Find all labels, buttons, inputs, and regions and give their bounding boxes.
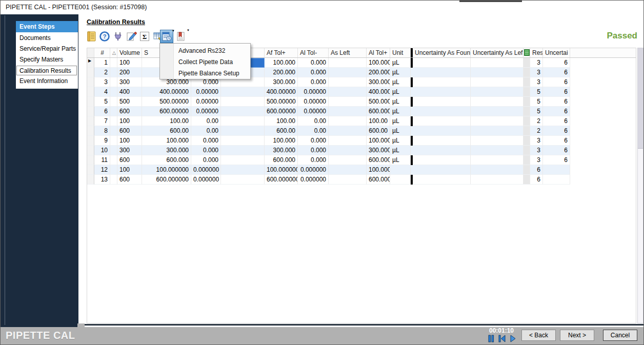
table-cell[interactable]	[87, 175, 94, 185]
table-cell[interactable]	[329, 146, 367, 155]
column-header-al-tol[interactable]: Al Tol+	[367, 48, 390, 57]
table-cell[interactable]: 6	[543, 116, 570, 126]
table-cell[interactable]: µL	[390, 68, 411, 77]
table-cell[interactable]	[110, 97, 117, 107]
table-cell[interactable]	[87, 136, 94, 146]
table-cell[interactable]: 600.000000	[142, 175, 191, 185]
table-cell[interactable]: 0.00	[298, 126, 329, 136]
table-cell[interactable]: µL	[390, 146, 411, 155]
table-cell[interactable]	[543, 175, 570, 185]
table-cell[interactable]: 600.000	[265, 155, 298, 165]
table-cell[interactable]: 300	[117, 146, 142, 155]
table-cell[interactable]	[221, 87, 265, 97]
table-cell[interactable]	[329, 136, 367, 146]
table-cell[interactable]	[110, 68, 117, 77]
table-cell[interactable]	[524, 146, 530, 155]
table-cell[interactable]: 300.000	[367, 146, 390, 155]
table-cell[interactable]	[413, 165, 471, 175]
table-cell[interactable]: µL	[390, 107, 411, 116]
table-cell[interactable]	[390, 165, 411, 175]
table-cell[interactable]: 5	[530, 107, 543, 116]
column-header-al-tol[interactable]: Al Tol-	[298, 48, 329, 57]
table-cell[interactable]: 400.00000	[142, 87, 191, 97]
table-cell[interactable]	[110, 175, 117, 185]
table-cell[interactable]	[524, 97, 530, 107]
table-cell[interactable]	[329, 175, 367, 185]
table-cell[interactable]: 2	[530, 116, 543, 126]
table-cell[interactable]: 100.000000	[265, 165, 298, 175]
table-cell[interactable]	[471, 87, 524, 97]
table-cell[interactable]	[221, 175, 265, 185]
collect-data-icon[interactable]: ▼	[160, 30, 173, 43]
table-cell[interactable]	[413, 58, 471, 68]
table-cell[interactable]: 100.000	[265, 136, 298, 146]
table-cell[interactable]: 0.00	[191, 126, 221, 136]
table-cell[interactable]	[329, 165, 367, 175]
table-cell[interactable]	[329, 97, 367, 107]
plug-icon[interactable]	[111, 30, 125, 43]
table-cell[interactable]: 6	[543, 77, 570, 87]
table-cell[interactable]: 600.00	[367, 126, 390, 136]
table-cell[interactable]	[110, 136, 117, 146]
table-cell[interactable]: 0.000000	[298, 165, 329, 175]
table-cell[interactable]	[329, 126, 367, 136]
table-cell[interactable]	[524, 126, 530, 136]
vertical-scrollbar[interactable]	[637, 48, 643, 323]
table-cell[interactable]: 6	[543, 136, 570, 146]
table-cell[interactable]: 600.00	[142, 126, 191, 136]
table-cell[interactable]: 100	[117, 165, 142, 175]
table-cell[interactable]: 6	[543, 97, 570, 107]
column-header-af-tol[interactable]: Af Tol+	[265, 48, 298, 57]
table-cell[interactable]	[413, 126, 471, 136]
table-cell[interactable]: µL	[390, 97, 411, 107]
table-cell[interactable]: 100.00	[265, 116, 298, 126]
table-cell[interactable]	[329, 77, 367, 87]
table-cell[interactable]	[524, 165, 530, 175]
table-cell[interactable]: 600.000	[142, 155, 191, 165]
table-cell[interactable]	[413, 175, 471, 185]
table-cell[interactable]	[87, 87, 94, 97]
back-button[interactable]: < Back	[521, 330, 556, 341]
table-cell[interactable]	[221, 136, 265, 146]
table-cell[interactable]: µL	[390, 87, 411, 97]
current-row-marker[interactable]: ▶	[87, 58, 94, 68]
table-cell[interactable]	[524, 136, 530, 146]
table-cell[interactable]: 5	[530, 97, 543, 107]
table-cell[interactable]	[87, 116, 94, 126]
table-cell[interactable]	[87, 126, 94, 136]
table-cell[interactable]	[110, 146, 117, 155]
table-cell[interactable]	[87, 165, 94, 175]
menu-item-pipette-balance-setup[interactable]: Pipette Balance Setup	[160, 68, 250, 79]
table-cell[interactable]	[110, 87, 117, 97]
table-cell[interactable]: µL	[390, 155, 411, 165]
table-cell[interactable]: 2	[530, 126, 543, 136]
report-icon[interactable]: ▼	[174, 30, 188, 43]
table-cell[interactable]: 8	[94, 126, 110, 136]
table-cell[interactable]: 3	[530, 155, 543, 165]
table-cell[interactable]: 600	[117, 107, 142, 116]
table-cell[interactable]	[110, 58, 117, 68]
sigma-icon[interactable]: Σ	[138, 30, 151, 43]
table-cell[interactable]: 0.000	[298, 155, 329, 165]
dropdown-caret-icon[interactable]: ▼	[187, 29, 190, 32]
table-cell[interactable]: 5	[530, 87, 543, 97]
table-cell[interactable]: 3	[530, 77, 543, 87]
table-cell[interactable]	[413, 116, 471, 126]
table-cell[interactable]	[413, 87, 471, 97]
green-sheet-icon[interactable]	[524, 48, 530, 57]
table-cell[interactable]: 0.000000	[191, 175, 221, 185]
cancel-button[interactable]: Cancel	[603, 330, 637, 341]
table-cell[interactable]	[471, 68, 524, 77]
table-cell[interactable]	[524, 58, 530, 68]
column-header-res[interactable]: Res.	[530, 48, 543, 57]
table-cell[interactable]: 600.00	[265, 126, 298, 136]
table-cell[interactable]	[413, 136, 471, 146]
table-cell[interactable]: 6	[543, 87, 570, 97]
table-cell[interactable]: 0.000	[298, 77, 329, 87]
table-cell[interactable]	[413, 77, 471, 87]
table-cell[interactable]	[471, 136, 524, 146]
table-cell[interactable]: 0.000	[191, 136, 221, 146]
table-cell[interactable]	[471, 107, 524, 116]
table-cell[interactable]: 6	[543, 155, 570, 165]
table-cell[interactable]: 600	[117, 175, 142, 185]
